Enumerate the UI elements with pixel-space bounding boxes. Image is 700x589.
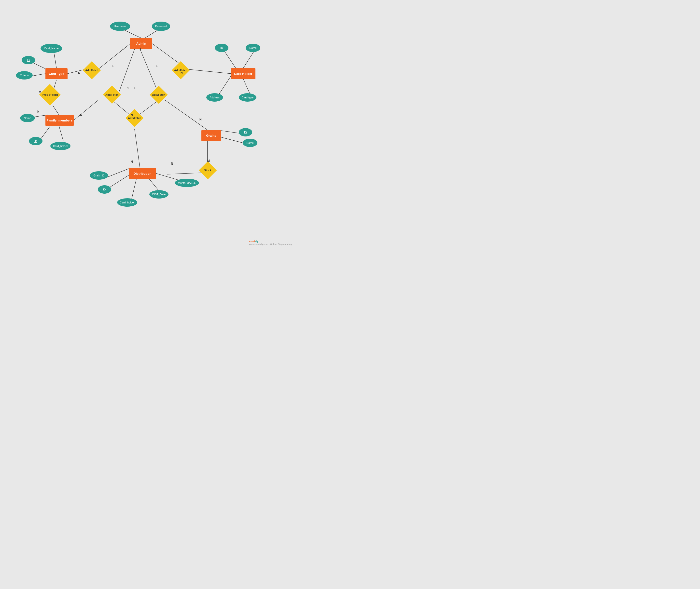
card-type-attr-attribute: Card type — [239, 93, 256, 102]
admin-entity: Admin — [130, 38, 152, 49]
grains-entity: Grains — [201, 130, 221, 141]
distribution-entity: Distribution — [129, 168, 156, 179]
criteria-attribute: Criteria — [16, 71, 33, 79]
card-holder-fm-attribute: Card_holder — [50, 142, 71, 150]
cardinality-11: N — [80, 114, 82, 117]
svg-line-12 — [31, 62, 45, 69]
gr-id-attribute: ID — [239, 128, 252, 137]
fm-id-attribute: ID — [29, 137, 42, 145]
svg-line-31 — [131, 179, 136, 200]
svg-line-29 — [103, 168, 130, 179]
card-holder-dist-attribute: Card_holder — [117, 198, 137, 207]
type-of-card-diamond: Type of card — [39, 84, 61, 106]
er-diagram: Admin Card Type Card Holder Family_membe… — [0, 0, 295, 247]
card-type-id-attribute: ID — [22, 56, 35, 64]
card-type-entity: Card Type — [45, 68, 67, 79]
svg-line-10 — [135, 129, 140, 168]
dist-date-attribute: DIST_Date — [149, 190, 168, 199]
svg-line-2 — [98, 44, 130, 69]
svg-line-8 — [140, 49, 159, 94]
cardinality-4: 1 — [112, 64, 114, 68]
svg-line-5 — [187, 69, 231, 73]
cardinality-1: 1 — [122, 47, 124, 50]
add-fetch-bottom-diamond: Add/Fetch — [126, 109, 144, 127]
family-members-entity: Family_members — [45, 115, 74, 126]
svg-line-15 — [53, 106, 59, 115]
add-fetch-mid-left-diamond: Add/Fetch — [103, 86, 121, 104]
stock-diamond: Stock — [199, 161, 217, 179]
add-fetch-top-right-diamond: Add/Fetch — [172, 61, 190, 79]
ch-id-attribute: ID — [215, 44, 229, 52]
add-fetch-top-left-diamond: Add/Fetch — [83, 61, 101, 79]
cardinality-12: N — [131, 114, 133, 117]
month-uable-attribute: Month_UABLE — [175, 179, 199, 187]
cardinality-5: 1 — [156, 64, 158, 68]
cardinality-15: N — [199, 118, 202, 121]
card-name-attribute: Card_Name — [40, 44, 62, 53]
cardinality-16: M — [207, 159, 210, 163]
svg-line-16 — [74, 100, 98, 120]
cardinality-2: 1 — [140, 47, 141, 50]
svg-line-28 — [165, 100, 207, 130]
cardinality-9: M — [39, 90, 41, 94]
cardinality-14: N — [171, 162, 173, 165]
card-holder-entity: Card Holder — [231, 68, 255, 79]
cardinality-3: N — [78, 71, 80, 74]
cardinality-6: N — [180, 71, 183, 74]
username-attribute: Username — [110, 22, 130, 31]
cardinality-10: N — [37, 110, 39, 114]
svg-line-30 — [107, 174, 130, 189]
svg-line-21 — [243, 50, 255, 68]
gr-name-attribute: Name — [243, 139, 257, 147]
ch-name-attribute: Name — [246, 44, 260, 52]
dist-id-attribute: ID — [98, 185, 111, 194]
cardinality-8: 1 — [134, 86, 136, 90]
svg-line-7 — [112, 100, 132, 117]
svg-line-27 — [167, 173, 202, 174]
grain-id-attribute: Grain_ID — [90, 171, 108, 180]
password-attribute: Password — [152, 22, 170, 31]
address-attribute: Address — [206, 93, 223, 102]
cardinality-7: 1 — [127, 86, 129, 90]
cardinality-13: N — [131, 160, 133, 164]
svg-line-22 — [218, 76, 231, 95]
svg-line-19 — [59, 126, 63, 141]
fm-name-attribute: Name — [20, 114, 35, 122]
svg-line-18 — [40, 126, 50, 140]
add-fetch-mid-right-diamond: Add/Fetch — [150, 86, 168, 104]
svg-line-6 — [118, 49, 135, 94]
svg-line-20 — [224, 50, 236, 68]
connector-lines — [0, 0, 295, 247]
creately-badge: creately www.creately.com • Online Diagr… — [249, 240, 292, 245]
